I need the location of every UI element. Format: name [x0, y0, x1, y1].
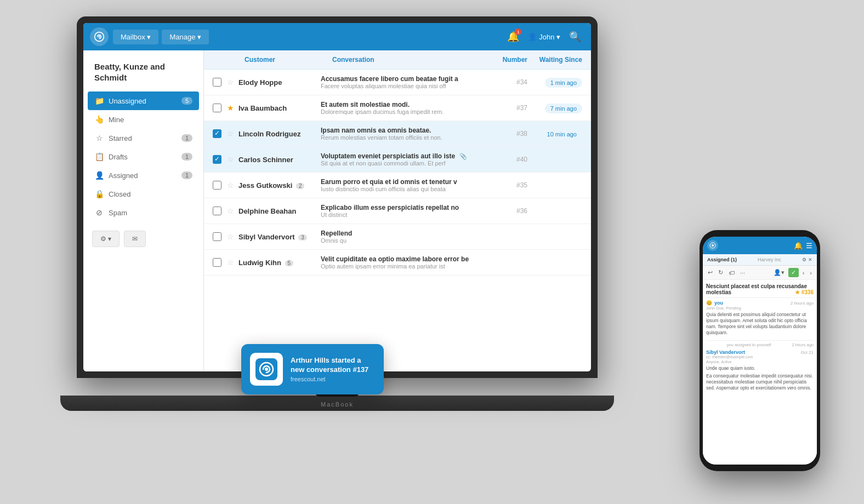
sidebar-item-unassigned[interactable]: 📁 Unassigned 5 — [88, 91, 199, 110]
phone-resolve-button[interactable]: ✓ — [788, 268, 799, 277]
customer-name: Elody Hoppe — [238, 78, 321, 87]
notification-badge: 1 — [515, 28, 521, 35]
phone-chat-item: Sibyl Vandervort Oct 21 cc: member@examp… — [706, 350, 814, 391]
phone-nav-prev[interactable]: ‹ — [801, 268, 806, 277]
settings-button[interactable]: ⚙ ▾ — [92, 231, 120, 247]
row-checkbox[interactable] — [213, 232, 221, 241]
sidebar-label-unassigned: Unassigned — [109, 97, 181, 105]
user-menu-button[interactable]: 👤 John ▾ — [522, 30, 566, 44]
sidebar-item-mine[interactable]: 👆 Mine — [83, 110, 203, 129]
phone-chat-date: Oct 21 — [800, 350, 814, 355]
waiting-badge: 7 min ago — [545, 104, 582, 113]
phone-chat-text: Quia deleniti est possimus aliquid conse… — [706, 312, 814, 336]
message-subject: Accusamus facere libero cum beatae fugit… — [321, 75, 494, 83]
conversation-message: Repellend Omnis qu — [321, 230, 494, 244]
star-icon[interactable]: ☆ — [227, 181, 234, 190]
table-row[interactable]: ☆ Lincoln Rodriguez Ipsam nam omnis ea o… — [204, 121, 591, 147]
message-preview: Omnis qu — [321, 237, 494, 244]
phone-screen: 🔔 ☰ Assigned (1) Harvey Inc ⚙ ✕ ↩ ↻ 🏷 ··… — [703, 237, 817, 465]
conversation-list: Customer Conversation Number Waiting Sin… — [204, 50, 591, 371]
row-checkbox[interactable] — [213, 181, 221, 190]
mailbox-menu-button[interactable]: Mailbox ▾ — [113, 30, 158, 44]
drafts-icon: 📋 — [94, 152, 104, 161]
phone-device: 🔔 ☰ Assigned (1) Harvey Inc ⚙ ✕ ↩ ↻ 🏷 ··… — [700, 230, 820, 471]
mailbox-label: Mailbox ▾ — [121, 33, 151, 41]
app-logo — [90, 27, 109, 46]
table-row[interactable]: ☆ Carlos Schinner Voluptatem eveniet per… — [204, 147, 591, 173]
notification-app-icon — [250, 353, 283, 386]
customer-name: Ludwig Kihn 5 — [238, 259, 321, 267]
star-icon[interactable]: ☆ — [227, 155, 234, 164]
message-subject: Voluptatem eveniet perspiciatis aut illo… — [321, 152, 494, 160]
star-icon[interactable]: ☆ — [227, 232, 234, 241]
table-row[interactable]: ☆ Sibyl Vandervort 3 Repellend Omnis qu — [204, 224, 591, 250]
phone-more-icon: ··· — [738, 268, 747, 277]
conversation-message: Explicabo illum esse perspiciatis repell… — [321, 204, 494, 218]
waiting-time: 7 min ago — [527, 103, 582, 113]
star-icon[interactable]: ☆ — [227, 207, 234, 215]
sidebar-item-spam[interactable]: ⊘ Spam — [83, 203, 203, 222]
phone-chat-item: 😊 you 2 hours ago John Doe, Pending Quia… — [706, 300, 814, 336]
sidebar-item-drafts[interactable]: 📋 Drafts 1 — [83, 147, 203, 166]
conversation-number: #34 — [494, 78, 527, 86]
header-waiting-since: Waiting Since — [527, 56, 582, 64]
row-checkbox[interactable] — [213, 155, 221, 164]
scene: Mailbox ▾ Manage ▾ 🔔 1 👤 John ▾ — [0, 0, 864, 504]
table-row[interactable]: ★ Iva Baumbach Et autem sit molestiae mo… — [204, 95, 591, 121]
row-checkbox[interactable] — [213, 207, 221, 215]
svg-point-6 — [712, 244, 714, 247]
svg-point-1 — [98, 36, 100, 37]
waiting-time: 10 min ago — [527, 129, 582, 139]
phone-chat-sender: 😊 you 2 hours ago — [706, 300, 814, 306]
laptop-screen: Mailbox ▾ Manage ▾ 🔔 1 👤 John ▾ — [83, 23, 591, 371]
phone-sender2-sub: Anyone, Active — [706, 360, 814, 364]
manage-label: Manage ▾ — [169, 33, 201, 41]
star-icon[interactable]: ★ — [227, 104, 234, 112]
row-checkbox[interactable] — [213, 104, 221, 112]
table-row[interactable]: ☆ Delphine Beahan Explicabo illum esse p… — [204, 198, 591, 224]
sidebar-label-drafts: Drafts — [109, 153, 181, 161]
manage-menu-button[interactable]: Manage ▾ — [162, 30, 209, 44]
star-icon[interactable]: ☆ — [227, 78, 234, 87]
customer-name: Carlos Schinner — [238, 156, 321, 164]
message-subject: Et autem sit molestiae modi. — [321, 101, 494, 108]
conversation-message: Accusamus facere libero cum beatae fugit… — [321, 75, 494, 89]
phone-system-message: you assigned to yourself 2 hours ago — [706, 340, 814, 347]
message-subject: Ipsam nam omnis ea omnis beatae. — [321, 127, 494, 134]
table-row[interactable]: ☆ Elody Hoppe Accusamus facere libero cu… — [204, 70, 591, 95]
star-icon[interactable]: ☆ — [227, 258, 234, 267]
phone-msg-title: Nesciunt placeat est culpa recusandae mo… — [706, 283, 807, 295]
main-content: Beatty, Kunze and Schmidt 📁 Unassigned 5… — [83, 50, 591, 371]
compose-button[interactable]: ✉ — [124, 231, 146, 247]
message-preview: Iusto distinctio modi cum officiis alias… — [321, 186, 494, 192]
phone-chat-text2: Unde quae quiam iusto. — [706, 365, 814, 371]
row-checkbox[interactable] — [213, 258, 221, 267]
phone-menu-icon: ☰ — [806, 242, 812, 250]
phone-settings-icon: ⚙ — [802, 257, 806, 262]
row-checkbox[interactable] — [213, 129, 221, 138]
waiting-badge: 1 min ago — [545, 78, 582, 88]
sidebar-item-assigned[interactable]: 👤 Assigned 1 — [83, 166, 203, 185]
app: Mailbox ▾ Manage ▾ 🔔 1 👤 John ▾ — [83, 23, 591, 371]
sidebar-label-closed: Closed — [109, 190, 192, 198]
waiting-time: 1 min ago — [527, 77, 582, 88]
message-subject: Repellend — [321, 230, 494, 237]
conversation-number: #40 — [494, 156, 527, 163]
laptop-base: MacBook — [60, 396, 614, 411]
company-name: Beatty, Kunze and Schmidt — [83, 59, 203, 91]
star-icon[interactable]: ☆ — [227, 129, 234, 138]
message-subject: Explicabo illum esse perspiciatis repell… — [321, 204, 494, 211]
sidebar-item-closed[interactable]: 🔒 Closed — [83, 185, 203, 203]
notification-bell-button[interactable]: 🔔 1 — [504, 27, 522, 46]
table-row[interactable]: ☆ Ludwig Kihn 5 Velit cupiditate ea opti… — [204, 250, 591, 276]
phone-nav-next[interactable]: › — [808, 268, 814, 277]
sidebar-item-starred[interactable]: ☆ Starred 1 — [83, 129, 203, 147]
table-row[interactable]: ☆ Jess Gutkowski 2 Earum porro et quia e… — [204, 173, 591, 198]
phone-app-logo — [707, 240, 718, 251]
row-checkbox[interactable] — [213, 78, 221, 87]
phone-chat-sender: Sibyl Vandervort Oct 21 — [706, 350, 814, 355]
message-preview: Ut distinct — [321, 211, 494, 218]
search-button[interactable]: 🔍 — [566, 27, 584, 46]
conversation-list-header: Customer Conversation Number Waiting Sin… — [204, 50, 591, 70]
starred-badge: 1 — [181, 134, 192, 142]
